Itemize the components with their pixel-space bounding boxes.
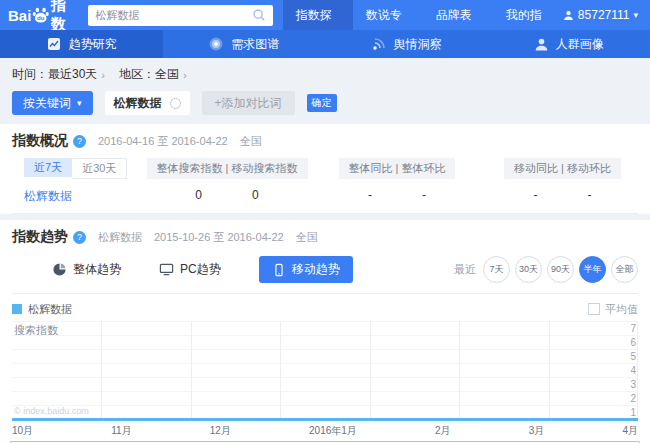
search-icon[interactable] [252,8,266,22]
tab-overall-trend-label: 整体趋势 [73,261,121,278]
col-overall-compare[interactable]: 整体同比 | 整体环比 [339,158,456,179]
overall-yoy-value: - [368,188,372,202]
region-filter[interactable]: 地区：全国 [119,66,179,83]
overview-table: 近7天 近30天 整体搜索指数 | 移动搜索指数 整体同比 | 整体环比 移动同… [12,158,638,214]
trend-keyword: 松辉数据 [98,230,142,245]
keyword-link[interactable]: 松辉数据 [24,189,72,203]
user-icon [563,10,574,21]
top-bar: Bai du 指数 指数探索 数说专题 品牌表现 我的指数 [0,0,650,30]
gridline-h [12,335,638,336]
time-filter[interactable]: 时间：最近30天 [12,66,97,83]
average-toggle[interactable]: 平均值 [588,302,638,317]
overview-help-icon[interactable]: ? [73,135,86,148]
overview-section: 指数概况 ? 2016-04-16 至 2016-04-22 全国 近7天 近3… [0,124,650,214]
confirm-button[interactable]: 确定 [307,94,337,112]
trend-section: 指数趋势 ? 松辉数据 2015-10-26 至 2016-04-22 全国 整… [0,220,650,443]
user-menu[interactable]: 85727111 ▾ [563,8,638,22]
logo-text-index: 指数 [51,0,79,34]
gridline-h [12,391,638,392]
overview-title: 指数概况 [12,132,68,150]
search-input[interactable] [95,9,251,21]
controls-divider [12,293,638,294]
top-nav-index-explore[interactable]: 指数探索 [283,0,353,30]
y-tick: 3 [630,379,636,390]
tab-trend-research[interactable]: 趋势研究 [0,30,163,58]
tab-mobile-trend[interactable]: 移动趋势 [259,256,353,283]
tab-sentiment-insight[interactable]: 舆情洞察 [325,30,488,58]
average-checkbox[interactable] [588,303,600,315]
overview-period-tabs: 近7天 近30天 [24,158,147,179]
feature-nav: 趋势研究 需求图谱 舆情洞察 人群画像 [0,30,650,58]
gridline-v [191,321,192,421]
tab-last-30-days[interactable]: 近30天 [72,158,127,179]
recent-label: 最近 [454,262,476,277]
col-search-index[interactable]: 整体搜索指数 | 移动搜索指数 [147,158,308,179]
x-tick: 2016年1月 [309,424,357,436]
tab-overall-trend[interactable]: 整体趋势 [52,261,121,278]
baidu-index-page: Bai du 指数 指数探索 数说专题 品牌表现 我的指数 [0,0,650,443]
pie-chart-icon [52,262,67,277]
trend-date-range: 2015-10-26 至 2016-04-22 [154,230,284,245]
gridline-v [549,321,550,421]
range-90d[interactable]: 90天 [547,256,574,283]
range-7d[interactable]: 7天 [483,256,510,283]
user-caret-down-icon: ▾ [633,10,638,20]
tab-pc-trend-label: PC趋势 [180,261,221,278]
range-half-year[interactable]: 半年 [579,256,606,283]
x-tick: 4月 [622,424,638,436]
y-tick: 2 [630,393,636,404]
top-nav-data-topics[interactable]: 数说专题 [353,0,423,30]
gridline-v [101,321,102,421]
trend-controls: 整体趋势 PC趋势 移动趋势 最近 7天 30天 90天 [12,256,638,283]
tab-pc-trend[interactable]: PC趋势 [159,261,221,278]
baidu-index-logo[interactable]: Bai du 指数 [8,0,78,34]
gridline-h [12,405,638,406]
baidu-paw-icon: du [32,6,49,25]
top-nav-brand[interactable]: 品牌表现 [423,0,493,30]
x-tick: 2月 [435,424,451,436]
x-axis-labels: 10月 11月 12月 2016年1月 2月 3月 4月 [12,424,638,436]
tab-persona[interactable]: 人群画像 [488,30,650,58]
tab-persona-label: 人群画像 [556,36,604,53]
search-box[interactable] [88,5,272,26]
gridline-v [370,321,371,421]
phone-icon [272,263,286,277]
gridline-h [12,321,638,322]
gridline-v [637,321,638,421]
mobile-search-value: 0 [252,188,259,202]
trend-title: 指数趋势 [12,228,68,246]
average-label: 平均值 [605,302,638,317]
range-30d[interactable]: 30天 [515,256,542,283]
series-line-zero [12,418,638,421]
top-nav: 指数探索 数说专题 品牌表现 我的指数 [283,0,563,30]
overview-date-range: 2016-04-16 至 2016-04-22 [98,134,228,149]
trend-chart-icon [46,36,62,52]
gridline-v [459,321,460,421]
gridline-h [12,377,638,378]
add-compare-button[interactable]: +添加对比词 [202,91,295,115]
legend-color-swatch [12,304,22,314]
keyword-tag[interactable]: 松辉数据 [105,91,190,115]
gridline-v [280,321,281,421]
range-all[interactable]: 全部 [611,256,638,283]
keyword-tag-label: 松辉数据 [114,95,162,112]
gridline-h [12,349,638,350]
trend-chart[interactable]: 搜索指数 7 6 5 4 3 2 1 © index.baidu.com [12,321,638,421]
top-nav-my-index[interactable]: 我的指数 [493,0,563,30]
col-mobile-compare[interactable]: 移动同比 | 移动环比 [504,158,621,179]
tab-trend-research-label: 趋势研究 [69,36,117,53]
tab-demand-graph[interactable]: 需求图谱 [163,30,326,58]
keyword-status-icon[interactable] [170,98,181,109]
tab-demand-graph-label: 需求图谱 [231,36,279,53]
logo-text-bai: Bai [8,7,31,24]
watermark: © index.baidu.com [14,406,89,416]
trend-help-icon[interactable]: ? [73,231,86,244]
overview-header-row: 近7天 近30天 整体搜索指数 | 移动搜索指数 整体同比 | 整体环比 移动同… [12,158,638,179]
y-tick: 7 [630,323,636,334]
demand-graph-icon [208,36,224,52]
filter-summary: 时间：最近30天 › 地区：全国 › [12,66,638,83]
by-keyword-button[interactable]: 按关键词 ▾ [12,91,93,115]
legend-keyword-label: 松辉数据 [28,302,72,317]
tab-sentiment-insight-label: 舆情洞察 [394,36,442,53]
tab-last-7-days[interactable]: 近7天 [24,158,72,177]
